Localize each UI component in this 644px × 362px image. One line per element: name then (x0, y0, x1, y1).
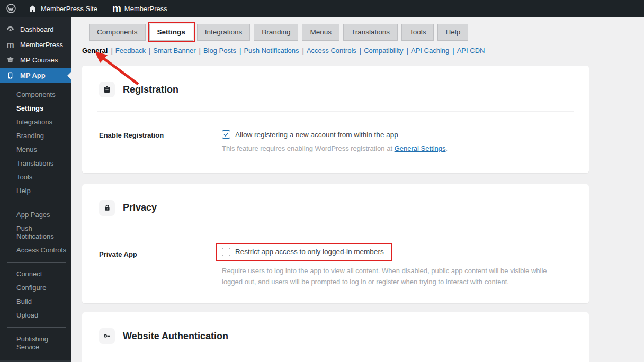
submenu-separator (7, 327, 66, 328)
subnav-feedback[interactable]: Feedback (115, 47, 146, 55)
general-settings-link[interactable]: General Settings (395, 144, 446, 152)
home-icon (28, 4, 37, 13)
wordpress-logo-icon (6, 3, 16, 14)
dashboard-icon (5, 25, 15, 34)
submenu-separator (7, 262, 66, 263)
subnav-compatibility[interactable]: Compatibility (364, 47, 403, 55)
sidebar-item-memberpress[interactable]: m MemberPress (0, 37, 71, 52)
section-title-website-authentication: Website Authentication (123, 331, 228, 342)
memberpress-adminbar-menu[interactable]: m MemberPress (106, 0, 173, 17)
submenu-item-build[interactable]: Build (0, 295, 71, 309)
privacy-card: Privacy Private App Restrict app access … (82, 184, 589, 304)
clipboard-icon (99, 82, 115, 97)
sidebar-item-label: MP Courses (20, 56, 58, 64)
enable-registration-checkbox-label: Allow registering a new account from wit… (235, 131, 398, 139)
key-icon (99, 328, 115, 344)
tab-components[interactable]: Components (89, 24, 146, 41)
submenu-item-upload[interactable]: Upload (0, 309, 71, 322)
lock-icon (99, 200, 115, 216)
subnav-separator: | (302, 47, 304, 55)
site-name-link[interactable]: MemberPress Site (22, 0, 103, 17)
submenu-separator (7, 203, 66, 203)
submenu-item-branding[interactable]: Branding (0, 129, 71, 143)
site-name: MemberPress Site (41, 5, 97, 13)
private-app-checkbox-label: Restrict app access to only logged-in me… (235, 248, 384, 256)
submenu-item-settings[interactable]: Settings (0, 102, 71, 115)
enable-registration-helper: This feature requires enabling WordPress… (222, 143, 565, 155)
helper-suffix: . (446, 144, 448, 152)
subnav-push-notifications[interactable]: Push Notifications (244, 47, 299, 55)
content-area: Components Settings Integrations Brandin… (71, 17, 644, 362)
subnav-separator: | (149, 47, 150, 55)
subnav-separator: | (199, 47, 201, 55)
submenu-item-app-pages[interactable]: App Pages (0, 208, 71, 222)
admin-bar: MemberPress Site m MemberPress (0, 0, 644, 17)
memberpress-icon: m (5, 40, 15, 50)
subnav-general[interactable]: General (82, 47, 108, 55)
section-title-privacy: Privacy (123, 202, 157, 213)
smartphone-icon (5, 71, 15, 80)
enable-registration-checkbox[interactable] (222, 130, 230, 139)
memberpress-adminbar-label: MemberPress (124, 5, 167, 13)
registration-card: Registration Enable Registration Allow r… (82, 66, 589, 173)
submenu-item-components[interactable]: Components (0, 88, 71, 102)
submenu-item-menus[interactable]: Menus (0, 143, 71, 157)
tab-integrations[interactable]: Integrations (197, 24, 251, 41)
private-app-helper: Require users to log into the app to vie… (222, 266, 565, 288)
sidebar-item-mp-courses[interactable]: MP Courses (0, 52, 71, 68)
field-label-private-app: Private App (99, 243, 222, 288)
sidebar-bottom-menu: Posts Media Pages (0, 360, 71, 362)
private-app-checkbox[interactable] (222, 248, 230, 256)
subnav-separator: | (239, 47, 241, 55)
memberpress-logo-icon: m (112, 4, 121, 13)
mp-app-submenu: Components Settings Integrations Brandin… (0, 83, 71, 360)
subnav-api-caching[interactable]: API Caching (411, 47, 449, 55)
tab-help[interactable]: Help (437, 24, 468, 41)
tab-tools[interactable]: Tools (401, 24, 434, 41)
wordpress-logo-menu[interactable] (0, 0, 22, 17)
tab-settings-label: Settings (157, 28, 185, 36)
subnav-smart-banner[interactable]: Smart Banner (153, 47, 195, 55)
field-label-enable-registration: Enable Registration (99, 130, 222, 155)
admin-sidebar: Dashboard m MemberPress MP Courses MP Ap… (0, 17, 71, 362)
courses-icon (5, 56, 15, 65)
subnav-api-cdn[interactable]: API CDN (457, 47, 485, 55)
subnav-separator: | (407, 47, 408, 55)
submenu-item-help[interactable]: Help (0, 184, 71, 198)
submenu-item-connect[interactable]: Connect (0, 267, 71, 281)
website-authentication-card: Website Authentication Send users to the… (82, 312, 589, 362)
subnav-access-controls[interactable]: Access Controls (307, 47, 356, 55)
sidebar-item-dashboard[interactable]: Dashboard (0, 22, 71, 37)
settings-subnav: General|Feedback|Smart Banner|Blog Posts… (71, 41, 644, 55)
tab-translations[interactable]: Translations (343, 24, 398, 41)
settings-tabbar: Components Settings Integrations Brandin… (71, 17, 644, 41)
section-title-registration: Registration (123, 84, 178, 95)
subnav-blog-posts[interactable]: Blog Posts (203, 47, 236, 55)
sidebar-item-mp-app[interactable]: MP App (0, 68, 71, 83)
submenu-item-integrations[interactable]: Integrations (0, 115, 71, 129)
submenu-item-access-controls[interactable]: Access Controls (0, 243, 71, 257)
tab-branding[interactable]: Branding (254, 24, 298, 41)
sidebar-item-label: MP App (20, 71, 46, 79)
tab-settings[interactable]: Settings (149, 24, 193, 41)
subnav-separator: | (111, 47, 112, 55)
sidebar-item-label: MemberPress (20, 41, 63, 49)
subnav-separator: | (452, 47, 454, 55)
submenu-item-push-notifications[interactable]: Push Notifications (0, 222, 71, 243)
highlight-box-private-app: Restrict app access to only logged-in me… (216, 243, 392, 261)
submenu-item-tools[interactable]: Tools (0, 170, 71, 184)
subnav-separator: | (360, 47, 361, 55)
helper-text: This feature requires enabling WordPress… (222, 144, 392, 152)
tab-menus[interactable]: Menus (302, 24, 339, 41)
sidebar-item-label: Dashboard (20, 25, 54, 33)
submenu-item-configure[interactable]: Configure (0, 281, 71, 295)
submenu-item-translations[interactable]: Translations (0, 157, 71, 170)
submenu-item-publishing-service[interactable]: Publishing Service (0, 332, 71, 354)
